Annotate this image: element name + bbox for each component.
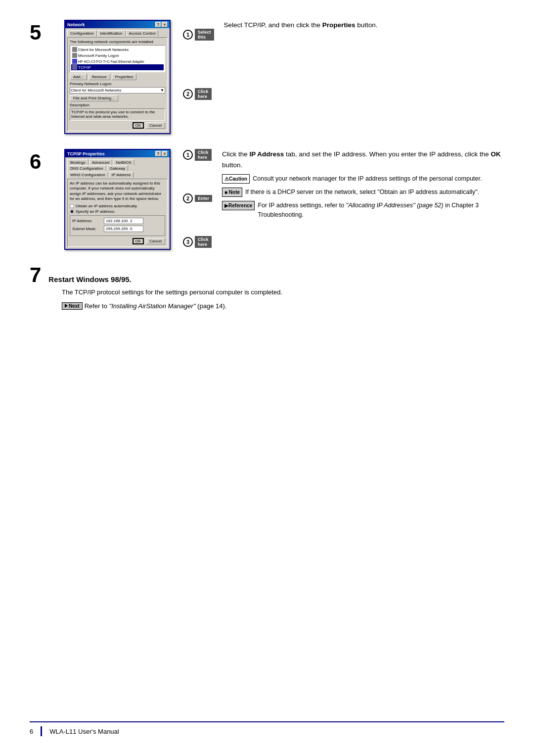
ip-label: IP Address: — [72, 219, 102, 223]
caution-text: Consult your network manager for the IP … — [253, 174, 482, 184]
client-icon — [72, 47, 77, 52]
tcpip-icon — [72, 65, 77, 70]
tcpip-close-btn[interactable]: × — [162, 151, 168, 156]
tcpip-cancel-button[interactable]: Cancel — [146, 238, 165, 244]
list-item-tcpip[interactable]: TCP/IP — [71, 64, 164, 70]
family-icon — [72, 53, 77, 58]
note-label: ■ Note — [222, 188, 242, 197]
ip-input[interactable]: 192.168.100. 2 — [104, 218, 143, 224]
installed-components-label: The following network components are ins… — [70, 40, 165, 44]
network-components-list[interactable]: Client for Microsoft Networks Microsoft … — [70, 45, 165, 72]
network-dialog-titlebar: Network ? × — [65, 21, 170, 28]
tab-advanced[interactable]: Advanced — [89, 159, 113, 165]
step5-description: Select TCP/IP, and then click the Proper… — [224, 20, 504, 31]
subnet-label: Subnet Mask: — [72, 227, 102, 231]
step6-number: 6 — [30, 151, 54, 172]
callout1-badge: Selectthis — [195, 29, 214, 41]
description-label: Description — [70, 103, 165, 107]
note-box: ■ Note If there is a DHCP server on the … — [222, 188, 504, 197]
step5-callouts: 1 Selectthis 2 Clickhere — [180, 20, 214, 109]
radio-auto-btn[interactable] — [70, 204, 74, 208]
callout6-1-badge: Clickhere — [195, 149, 212, 161]
subnet-input[interactable]: 255.255.255. 0 — [104, 226, 143, 232]
callout2-circle: 2 — [183, 89, 193, 99]
step6-screenshot: TCP/IP Properties ? × Bindings Advanced … — [64, 149, 171, 250]
properties-button[interactable]: Properties — [112, 74, 136, 80]
tab-bindings[interactable]: Bindings — [67, 159, 89, 165]
step6-description: Click the IP Address tab, and set the IP… — [222, 149, 504, 220]
ok-button[interactable]: OK — [133, 122, 144, 129]
next-label: Next — [62, 302, 83, 310]
step7-body: The TCP/IP protocol settings for the set… — [62, 288, 504, 296]
reference-text: For IP address settings, refer to "Alloc… — [258, 201, 504, 220]
tab-identification[interactable]: Identification — [97, 30, 126, 36]
next-arrow-icon — [65, 304, 68, 308]
step7-number: 7 — [30, 265, 41, 285]
note-text: If there is a DHCP server on the network… — [245, 188, 479, 197]
callout6-2-badge: Enter — [195, 195, 212, 202]
reference-label: ▶Reference — [222, 201, 255, 210]
tab-access-control[interactable]: Access Control — [126, 30, 159, 36]
tcpip-dialog-titlebar: TCP/IP Properties ? × — [65, 150, 170, 157]
step5-screenshot: Network ? × Configuration Identification… — [64, 20, 171, 134]
radio-specify-btn[interactable] — [70, 209, 74, 214]
list-item-adapter: HP HCI-C3 PCI T+C Fast Ethernet Adapter — [71, 58, 164, 64]
tab-dns[interactable]: DNS Configuration — [67, 165, 106, 171]
dialog-close-btn[interactable]: × — [162, 22, 168, 27]
callout6-2-circle: 2 — [183, 193, 193, 203]
description-text: TCP/IP is the protocol you use to connec… — [70, 108, 165, 121]
next-text: Refer to "Installing AirStation Manager"… — [85, 302, 227, 310]
add-button[interactable]: Add... — [70, 74, 87, 80]
radio-auto[interactable]: Obtain an IP address automatically — [70, 204, 165, 208]
tab-ipaddress[interactable]: IP Address — [109, 172, 134, 178]
footer-page-number: 6 — [30, 728, 33, 735]
cancel-button[interactable]: Cancel — [146, 122, 165, 129]
tcpip-help-btn[interactable]: ? — [155, 151, 161, 156]
list-item-client: Client for Microsoft Networks — [71, 47, 164, 52]
adapter-icon — [72, 59, 77, 64]
remove-button[interactable]: Remove — [89, 74, 110, 80]
next-badge: Next Refer to "Installing AirStation Man… — [62, 302, 226, 310]
tab-netbios[interactable]: NetBIOS — [113, 159, 134, 165]
step6-callouts: 1 Clickhere 2 Enter 3 Clickhere — [180, 149, 212, 248]
callout6-3-badge: Clickhere — [195, 236, 212, 248]
ipaddress-description: An IP address can be automatically assig… — [70, 181, 165, 202]
footer-divider — [41, 726, 42, 736]
callout2-badge: Clickhere — [195, 88, 212, 100]
step7-title: Restart Windows 98/95. — [48, 275, 131, 284]
caution-box: ⚠Caution Consult your network manager fo… — [222, 174, 504, 184]
dialog-help-btn[interactable]: ? — [155, 22, 161, 27]
tab-configuration[interactable]: Configuration — [67, 30, 97, 37]
callout1-circle: 1 — [183, 30, 193, 40]
caution-label: ⚠Caution — [222, 174, 250, 184]
file-sharing-button[interactable]: File and Print Sharing... — [70, 95, 118, 101]
tcpip-ok-button[interactable]: OK — [133, 238, 144, 244]
callout6-3-circle: 3 — [183, 237, 193, 247]
step5-number: 5 — [30, 22, 54, 43]
network-dialog-title: Network — [67, 22, 85, 27]
list-item-family: Microsoft Family Logon — [71, 52, 164, 58]
footer-manual-title: WLA-L11 User's Manual — [49, 728, 119, 735]
radio-specify[interactable]: Specify an IP address: — [70, 209, 165, 214]
primary-network-label: Primary Network Logon: — [70, 82, 165, 86]
step7-section: 7 Restart Windows 98/95. The TCP/IP prot… — [30, 265, 504, 310]
reference-box: ▶Reference For IP address settings, refe… — [222, 201, 504, 220]
tcpip-dialog-title: TCP/IP Properties — [67, 151, 105, 156]
tab-gateway[interactable]: Gateway — [107, 165, 129, 171]
primary-network-select[interactable]: Client for Microsoft Networks ▼ — [70, 87, 165, 94]
tab-wins[interactable]: WINS Configuration — [67, 172, 108, 178]
page-footer: 6 WLA-L11 User's Manual — [30, 721, 504, 736]
callout6-1-circle: 1 — [183, 150, 193, 160]
